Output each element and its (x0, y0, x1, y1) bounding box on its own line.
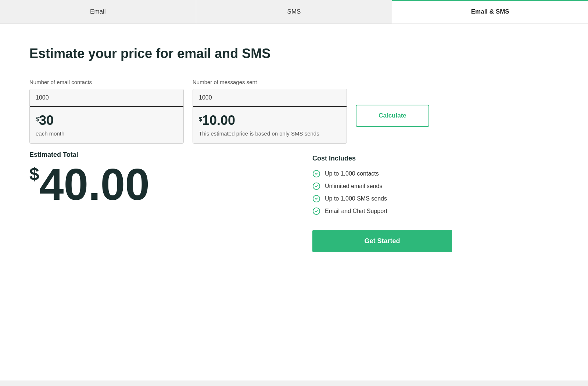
check-circle-icon (312, 170, 320, 178)
email-contacts-price-sub: each month (36, 130, 178, 137)
cost-includes-section: Cost Includes Up to 1,000 contacts Unlim… (312, 151, 559, 252)
tabs-bar: Email SMS Email & SMS (0, 0, 588, 24)
email-contacts-group: Number of email contacts $30 each month (29, 79, 184, 144)
total-dollar-sign: $ (29, 165, 39, 183)
list-item: Up to 1,000 contacts (312, 170, 559, 178)
total-section: Estimated Total $ 40.00 (29, 151, 276, 252)
email-contacts-currency-symbol: $ (36, 116, 39, 122)
list-item: Email and Chat Support (312, 207, 559, 215)
total-amount: 40.00 (39, 162, 150, 206)
messages-sent-label: Number of messages sent (193, 79, 347, 85)
page-title: Estimate your price for email and SMS (29, 46, 559, 61)
calculator-row: Number of email contacts $30 each month … (29, 79, 559, 144)
calculate-button[interactable]: Calculate (356, 105, 429, 127)
messages-sent-price-amount: $10.00 (199, 113, 341, 128)
email-contacts-input[interactable] (30, 89, 183, 107)
list-item-text: Email and Chat Support (325, 208, 387, 214)
tab-sms-label: SMS (287, 8, 301, 15)
check-circle-icon (312, 182, 320, 190)
messages-sent-currency-symbol: $ (199, 116, 202, 122)
email-contacts-price: $30 each month (30, 107, 183, 143)
cost-includes-title: Cost Includes (312, 155, 559, 162)
total-price: $ 40.00 (29, 162, 276, 206)
list-item-text: Up to 1,000 contacts (325, 170, 379, 177)
email-contacts-input-box: $30 each month (29, 89, 184, 144)
check-circle-icon (312, 195, 320, 203)
email-contacts-price-amount: $30 (36, 113, 178, 128)
messages-sent-price: $10.00 This estimated price is based on … (193, 107, 347, 143)
email-contacts-price-value: 30 (39, 113, 54, 128)
list-item: Up to 1,000 SMS sends (312, 195, 559, 203)
list-item-text: Up to 1,000 SMS sends (325, 195, 387, 202)
email-contacts-label: Number of email contacts (29, 79, 184, 85)
messages-sent-input-box: $10.00 This estimated price is based on … (193, 89, 347, 144)
list-item-text: Unlimited email sends (325, 183, 383, 190)
tab-email-sms[interactable]: Email & SMS (392, 0, 588, 24)
get-started-button[interactable]: Get Started (312, 230, 452, 252)
messages-sent-input[interactable] (193, 89, 347, 107)
messages-sent-group: Number of messages sent $10.00 This esti… (193, 79, 347, 144)
estimated-total-label: Estimated Total (29, 151, 276, 159)
cost-includes-list: Up to 1,000 contacts Unlimited email sen… (312, 170, 559, 215)
tab-sms[interactable]: SMS (196, 0, 392, 24)
check-circle-icon (312, 207, 320, 215)
messages-sent-price-value: 10.00 (202, 113, 235, 128)
tab-email-sms-label: Email & SMS (471, 8, 509, 15)
results-section: Estimated Total $ 40.00 Cost Includes Up… (29, 151, 559, 252)
tab-email[interactable]: Email (0, 0, 196, 24)
list-item: Unlimited email sends (312, 182, 559, 190)
main-content: Estimate your price for email and SMS Nu… (0, 24, 588, 380)
tab-email-label: Email (90, 8, 106, 15)
messages-sent-price-sub: This estimated price is based on only SM… (199, 130, 341, 137)
